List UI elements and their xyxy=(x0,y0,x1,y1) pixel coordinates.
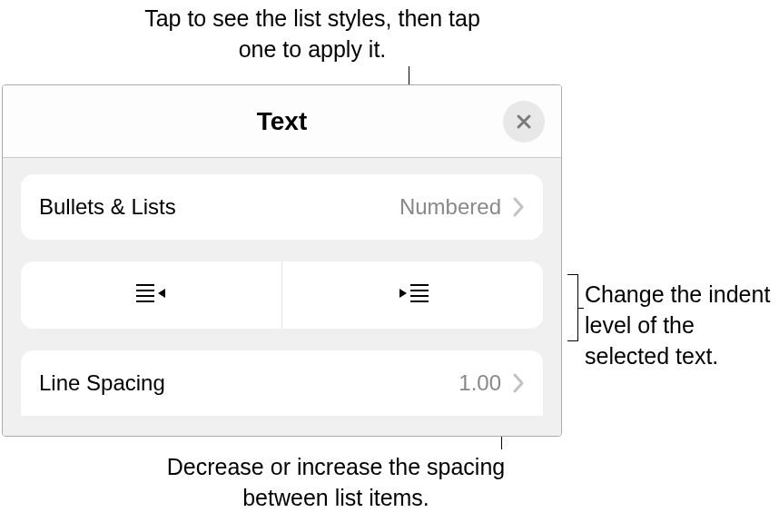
indent-button[interactable] xyxy=(282,261,543,329)
outdent-button[interactable] xyxy=(21,261,282,329)
panel-title: Text xyxy=(257,107,308,136)
close-icon xyxy=(515,113,533,131)
bullets-lists-label: Bullets & Lists xyxy=(39,194,399,220)
line-spacing-label: Line Spacing xyxy=(39,370,459,396)
close-button[interactable] xyxy=(503,101,545,143)
annotation-indent: Change the indent level of the selected … xyxy=(585,280,775,371)
annotation-line-spacing: Decrease or increase the spacing between… xyxy=(154,452,518,514)
indent-buttons xyxy=(21,261,543,329)
annotation-list-styles: Tap to see the list styles, then tap one… xyxy=(140,4,485,65)
bullets-lists-row[interactable]: Bullets & Lists Numbered xyxy=(21,174,543,240)
outdent-icon xyxy=(136,283,167,307)
chevron-right-icon xyxy=(512,197,525,217)
chevron-right-icon xyxy=(512,373,525,393)
panel-body: Bullets & Lists Numbered xyxy=(3,158,561,436)
panel-header: Text xyxy=(3,85,561,158)
bullets-lists-value: Numbered xyxy=(399,194,501,220)
callout-bracket-right xyxy=(567,274,578,341)
line-spacing-value: 1.00 xyxy=(459,370,501,396)
indent-icon xyxy=(398,283,429,307)
line-spacing-row[interactable]: Line Spacing 1.00 xyxy=(21,350,543,416)
text-format-panel: Text Bullets & Lists Numbered xyxy=(2,84,562,437)
